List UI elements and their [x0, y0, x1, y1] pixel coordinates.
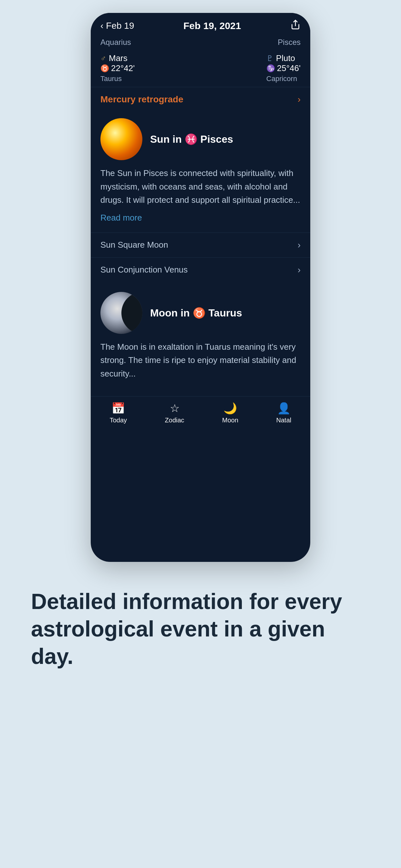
today-icon: 📅 — [112, 402, 125, 414]
zodiac-row: Aquarius Pisces — [91, 35, 310, 50]
planet-pluto: ♇ Pluto ♑ 25°46' Capricorn — [266, 53, 301, 83]
mars-degree-symbol: ♉ — [100, 64, 109, 73]
tab-zodiac[interactable]: ☆ Zodiac — [165, 402, 184, 424]
zodiac-left: Aquarius — [100, 38, 131, 47]
moon-section-title: Moon in ♉ Taurus — [150, 307, 242, 319]
tab-natal-label: Natal — [276, 416, 291, 424]
pluto-degree-symbol: ♑ — [266, 64, 275, 73]
moon-section-body: The Moon is in exaltation in Tuarus mean… — [100, 340, 301, 381]
description-section: Detailed information for every astrologi… — [0, 562, 401, 702]
sun-read-more-button[interactable]: Read more — [100, 213, 142, 222]
mercury-retrograde-label: Mercury retrograde — [100, 94, 183, 104]
tab-moon-label: Moon — [222, 416, 238, 424]
moon-section-header: Moon in ♉ Taurus — [100, 292, 301, 334]
moon-icon: 🌙 — [223, 402, 237, 414]
planet-mars: ♂ Mars ♉ 22°42' Taurus — [100, 53, 135, 83]
share-button[interactable] — [290, 20, 301, 32]
mercury-chevron-icon: › — [298, 94, 301, 104]
chevron-left-icon: ‹ — [100, 21, 103, 31]
pluto-degree: 25°46' — [277, 63, 301, 73]
natal-icon: 👤 — [277, 402, 290, 414]
aspect-1-chevron-icon: › — [298, 240, 301, 250]
top-nav: ‹ Feb 19 Feb 19, 2021 — [91, 13, 310, 35]
aspect-label-1: Sun Square Moon — [100, 240, 168, 250]
tab-natal[interactable]: 👤 Natal — [276, 402, 291, 424]
tab-zodiac-label: Zodiac — [165, 416, 184, 424]
aspect-sun-square-moon[interactable]: Sun Square Moon › — [91, 232, 310, 257]
sun-section-header: Sun in ♓ Pisces — [100, 118, 301, 160]
zodiac-right: Pisces — [278, 38, 301, 47]
nav-date: Feb 19, 2021 — [183, 20, 241, 31]
mars-degree: 22°42' — [111, 63, 135, 73]
sun-section-body: The Sun in Pisces is connected with spir… — [100, 166, 301, 207]
aspect-sun-conjunction-venus[interactable]: Sun Conjunction Venus › — [91, 257, 310, 282]
nav-back-label: Feb 19 — [106, 21, 134, 31]
aspect-label-2: Sun Conjunction Venus — [100, 265, 188, 275]
pluto-symbol: ♇ — [266, 54, 274, 63]
tab-today[interactable]: 📅 Today — [110, 402, 127, 424]
mars-sign: Taurus — [100, 74, 122, 83]
mercury-retrograde-banner[interactable]: Mercury retrograde › — [91, 87, 310, 112]
planets-row: ♂ Mars ♉ 22°42' Taurus ♇ Pluto ♑ 25°46' — [91, 50, 310, 87]
mars-symbol: ♂ — [100, 54, 106, 63]
sun-section: Sun in ♓ Pisces The Sun in Pisces is con… — [91, 112, 310, 232]
moon-section: Moon in ♉ Taurus The Moon is in exaltati… — [91, 282, 310, 396]
tab-today-label: Today — [110, 416, 127, 424]
tab-bar: 📅 Today ☆ Zodiac 🌙 Moon 👤 Natal — [91, 396, 310, 430]
description-heading: Detailed information for every astrologi… — [31, 588, 370, 670]
moon-image — [100, 292, 143, 334]
aspect-2-chevron-icon: › — [298, 265, 301, 275]
app-content: ‹ Feb 19 Feb 19, 2021 Aquarius Pisces ♂ — [91, 13, 310, 562]
nav-back-button[interactable]: ‹ Feb 19 — [100, 21, 134, 31]
tab-moon[interactable]: 🌙 Moon — [222, 402, 238, 424]
zodiac-icon: ☆ — [170, 402, 180, 414]
phone-frame: ‹ Feb 19 Feb 19, 2021 Aquarius Pisces ♂ — [91, 13, 310, 562]
mars-name: Mars — [109, 53, 127, 63]
pluto-name: Pluto — [276, 53, 295, 63]
sun-section-title: Sun in ♓ Pisces — [150, 133, 233, 145]
sun-image — [100, 118, 143, 160]
pluto-sign: Capricorn — [266, 74, 297, 83]
